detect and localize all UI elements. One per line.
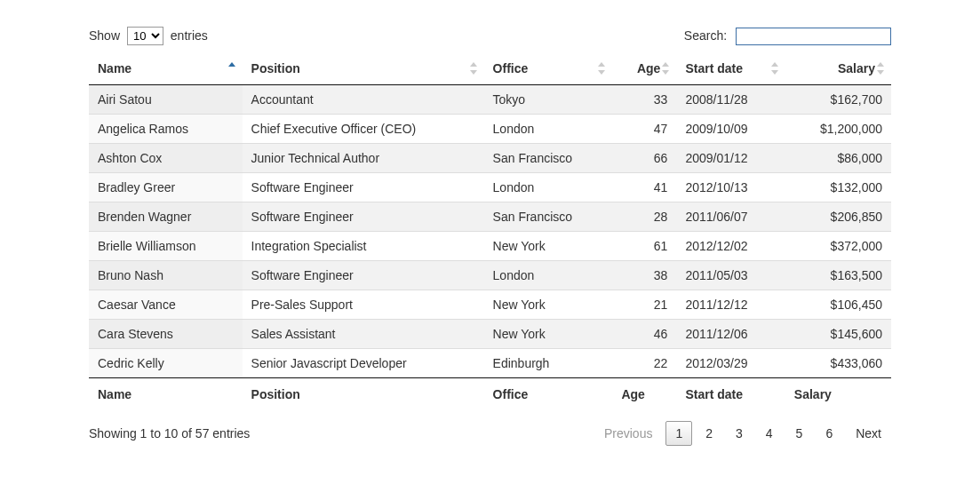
cell-position: Software Engineer [243, 202, 484, 232]
column-header-label: Salary [838, 61, 875, 75]
column-header-label: Age [637, 61, 660, 75]
cell-office: New York [484, 290, 613, 320]
cell-age: 21 [612, 290, 676, 320]
cell-salary: $132,000 [785, 173, 891, 202]
column-footer-salary: Salary [785, 378, 891, 411]
cell-position: Sales Assistant [243, 320, 484, 349]
column-header-start[interactable]: Start date [676, 52, 785, 85]
sort-icon [662, 62, 671, 75]
cell-salary: $145,600 [785, 320, 891, 349]
cell-position: Pre-Sales Support [243, 290, 484, 320]
cell-salary: $86,000 [785, 144, 891, 173]
column-header-name[interactable]: Name [89, 52, 243, 85]
cell-age: 41 [612, 173, 676, 202]
cell-name: Bradley Greer [89, 173, 243, 202]
cell-name: Cedric Kelly [89, 349, 243, 378]
length-prefix: Show [89, 28, 120, 43]
table-row: Cara StevensSales AssistantNew York46201… [89, 320, 891, 349]
cell-name: Caesar Vance [89, 290, 243, 320]
cell-start: 2012/10/13 [676, 173, 785, 202]
cell-name: Cara Stevens [89, 320, 243, 349]
cell-start: 2009/10/09 [676, 115, 785, 144]
column-header-label: Office [493, 61, 529, 75]
sort-icon [598, 62, 607, 75]
cell-age: 46 [612, 320, 676, 349]
cell-position: Software Engineer [243, 261, 484, 290]
cell-office: Edinburgh [484, 349, 613, 378]
search-input[interactable] [736, 28, 891, 45]
cell-position: Accountant [243, 85, 484, 115]
table-row: Caesar VancePre-Sales SupportNew York212… [89, 290, 891, 320]
cell-name: Brielle Williamson [89, 232, 243, 261]
cell-position: Junior Technical Author [243, 144, 484, 173]
cell-salary: $163,500 [785, 261, 891, 290]
table-row: Cedric KellySenior Javascript DeveloperE… [89, 349, 891, 378]
cell-salary: $106,450 [785, 290, 891, 320]
cell-office: Tokyo [484, 85, 613, 115]
cell-age: 47 [612, 115, 676, 144]
column-header-salary[interactable]: Salary [785, 52, 891, 85]
search-control: Search: [684, 28, 891, 45]
paginate-page[interactable]: 6 [816, 421, 842, 446]
column-footer-start: Start date [676, 378, 785, 411]
column-header-office[interactable]: Office [484, 52, 613, 85]
cell-start: 2011/12/12 [676, 290, 785, 320]
table-row: Airi SatouAccountantTokyo332008/11/28$16… [89, 85, 891, 115]
pagination: Previous123456Next [594, 421, 891, 446]
cell-salary: $1,200,000 [785, 115, 891, 144]
column-header-label: Position [251, 61, 300, 75]
sort-icon [877, 62, 886, 75]
sort-icon [228, 62, 237, 75]
page-length-control: Show 10 entries [89, 27, 208, 45]
paginate-page[interactable]: 2 [696, 421, 722, 446]
cell-name: Angelica Ramos [89, 115, 243, 144]
paginate-page[interactable]: 4 [756, 421, 783, 446]
table-info: Showing 1 to 10 of 57 entries [89, 426, 250, 440]
cell-name: Airi Satou [89, 85, 243, 115]
column-footer-age: Age [612, 378, 676, 411]
cell-office: San Francisco [484, 202, 613, 232]
cell-start: 2011/06/07 [676, 202, 785, 232]
cell-start: 2009/01/12 [676, 144, 785, 173]
sort-icon [470, 62, 479, 75]
column-footer-position: Position [243, 378, 484, 411]
column-header-label: Name [98, 61, 131, 75]
cell-position: Senior Javascript Developer [243, 349, 484, 378]
column-header-age[interactable]: Age [612, 52, 676, 85]
page-length-select[interactable]: 10 [127, 27, 163, 45]
table-row: Angelica RamosChief Executive Officer (C… [89, 115, 891, 144]
cell-position: Software Engineer [243, 173, 484, 202]
paginate-page[interactable]: 5 [786, 421, 813, 446]
cell-age: 28 [612, 202, 676, 232]
column-footer-name: Name [89, 378, 243, 411]
cell-salary: $372,000 [785, 232, 891, 261]
cell-office: New York [484, 320, 613, 349]
cell-office: London [484, 115, 613, 144]
cell-start: 2011/05/03 [676, 261, 785, 290]
cell-salary: $433,060 [785, 349, 891, 378]
cell-salary: $206,850 [785, 202, 891, 232]
table-row: Brenden WagnerSoftware EngineerSan Franc… [89, 202, 891, 232]
cell-office: New York [484, 232, 613, 261]
cell-start: 2011/12/06 [676, 320, 785, 349]
paginate-previous[interactable]: Previous [594, 421, 662, 446]
cell-salary: $162,700 [785, 85, 891, 115]
cell-start: 2012/12/02 [676, 232, 785, 261]
column-header-position[interactable]: Position [243, 52, 484, 85]
cell-start: 2008/11/28 [676, 85, 785, 115]
column-header-label: Start date [685, 61, 743, 75]
paginate-page[interactable]: 1 [665, 421, 692, 446]
cell-office: London [484, 261, 613, 290]
cell-age: 22 [612, 349, 676, 378]
paginate-page[interactable]: 3 [726, 421, 753, 446]
table-row: Ashton CoxJunior Technical AuthorSan Fra… [89, 144, 891, 173]
search-label: Search: [684, 28, 727, 43]
table-row: Bradley GreerSoftware EngineerLondon4120… [89, 173, 891, 202]
cell-name: Brenden Wagner [89, 202, 243, 232]
cell-age: 33 [612, 85, 676, 115]
cell-start: 2012/03/29 [676, 349, 785, 378]
data-table: NamePositionOfficeAgeStart dateSalary Ai… [89, 52, 891, 410]
column-footer-office: Office [484, 378, 613, 411]
paginate-next[interactable]: Next [846, 421, 891, 446]
sort-icon [771, 62, 780, 75]
